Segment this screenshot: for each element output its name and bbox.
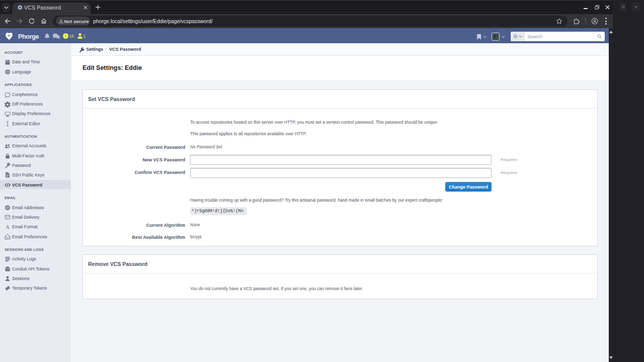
svg-text:A: A (6, 224, 10, 230)
svg-text:@: @ (6, 206, 10, 209)
